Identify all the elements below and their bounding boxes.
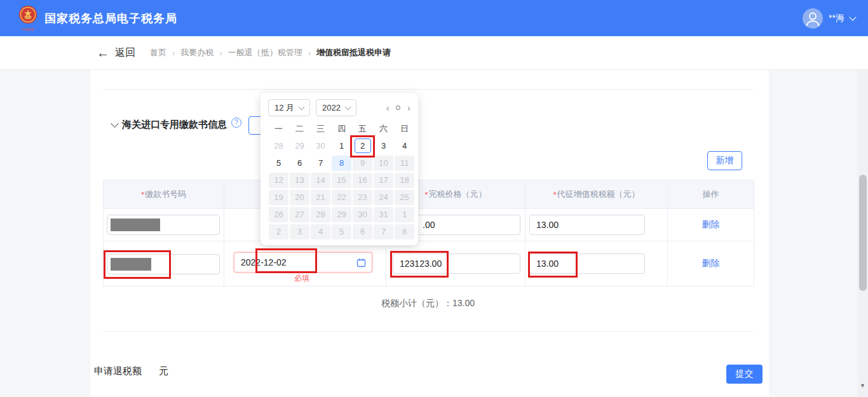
calendar-day[interactable]: 29 xyxy=(289,137,310,154)
calendar-day[interactable]: 7 xyxy=(373,223,394,240)
month-select[interactable]: 12 月 xyxy=(268,99,310,116)
calendar-day[interactable]: 22 xyxy=(331,189,352,206)
calendar-icon[interactable] xyxy=(356,258,366,267)
breadcrumb-items: 首页›我要办税›一般退（抵）税管理›增值税留抵退税申请 xyxy=(150,47,391,58)
scrollbar-thumb[interactable] xyxy=(859,175,867,291)
prev-month-icon[interactable]: ‹ xyxy=(386,103,390,113)
calendar-day[interactable]: 26 xyxy=(268,206,289,223)
calendar-day[interactable]: 2 xyxy=(268,223,289,240)
weekday-label: 日 xyxy=(394,122,415,136)
redacted-value xyxy=(111,258,151,271)
chevron-down-icon xyxy=(299,104,305,110)
submit-button[interactable]: 提交 xyxy=(726,365,763,384)
user-name[interactable]: **海 xyxy=(829,13,844,24)
calendar-day[interactable]: 1 xyxy=(394,206,415,223)
calendar-day[interactable]: 16 xyxy=(352,172,373,189)
calendar-day[interactable]: 1 xyxy=(331,137,352,154)
breadcrumb-item[interactable]: 一般退（抵）税管理 xyxy=(228,47,302,58)
weekday-label: 六 xyxy=(373,122,394,136)
calendar-day[interactable]: 17 xyxy=(373,172,394,189)
calendar-day[interactable]: 29 xyxy=(331,206,352,223)
user-avatar-icon[interactable] xyxy=(803,8,823,29)
calendar-day[interactable]: 4 xyxy=(310,223,331,240)
weekday-label: 三 xyxy=(310,122,331,136)
calendar-day[interactable]: 18 xyxy=(394,172,415,189)
payment-no-input[interactable] xyxy=(107,254,220,274)
weekday-label: 一 xyxy=(268,122,289,136)
vat-input[interactable]: 13.00 xyxy=(529,253,645,274)
next-month-icon[interactable]: › xyxy=(407,103,410,113)
weekday-label: 四 xyxy=(331,122,352,136)
calendar-day[interactable]: 5 xyxy=(268,154,289,172)
calendar-day[interactable]: 6 xyxy=(289,154,310,172)
issue-date-input[interactable]: 2022-12-02 xyxy=(234,252,372,273)
calendar-day[interactable]: 11 xyxy=(394,154,415,172)
calendar-day[interactable]: 9 xyxy=(352,154,373,172)
vat-value: 13.00 xyxy=(536,220,559,230)
calendar-day[interactable]: 25 xyxy=(394,189,415,206)
delete-link[interactable]: 删除 xyxy=(702,219,720,231)
payment-no-input[interactable] xyxy=(107,215,220,235)
add-row-button[interactable]: 新增 xyxy=(707,151,742,170)
calendar-day[interactable]: 8 xyxy=(331,154,352,172)
calendar-day[interactable]: 5 xyxy=(331,223,352,240)
vat-value: 13.00 xyxy=(536,259,559,269)
calendar-day[interactable]: 30 xyxy=(310,137,331,154)
year-select[interactable]: 2022 xyxy=(316,99,356,116)
calendar-day[interactable]: 15 xyxy=(331,172,352,189)
calendar-day[interactable]: 20 xyxy=(289,189,310,206)
back-arrow-icon[interactable]: ← xyxy=(97,46,109,59)
calendar-day[interactable]: 19 xyxy=(268,189,289,206)
breadcrumb-separator-icon: › xyxy=(219,48,222,58)
chevron-down-icon xyxy=(344,104,351,110)
year-value: 2022 xyxy=(322,103,341,112)
refund-unit-label: 元 xyxy=(159,365,168,377)
date-picker-popup: 12 月 2022 ‹ › 一二三四五六日 282930123456789101… xyxy=(261,93,418,245)
chevron-down-icon[interactable] xyxy=(849,13,856,20)
calendar-day[interactable]: 31 xyxy=(373,206,394,223)
user-menu[interactable]: **海 xyxy=(803,0,855,36)
calendar-day[interactable]: 10 xyxy=(373,154,394,172)
calendar-day[interactable]: 2 xyxy=(352,137,373,154)
calendar-day[interactable]: 6 xyxy=(352,223,373,240)
scrollbar-down-icon[interactable]: ▼ xyxy=(860,382,865,389)
calendar-day[interactable]: 23 xyxy=(352,189,373,206)
delete-link[interactable]: 删除 xyxy=(702,258,720,269)
breadcrumb-bar: ← 返回 首页›我要办税›一般退（抵）税管理›增值税留抵退税申请 xyxy=(0,36,868,70)
calendar-day[interactable]: 14 xyxy=(310,172,331,189)
app-title: 国家税务总局电子税务局 xyxy=(44,11,177,26)
breadcrumb-item[interactable]: 增值税留抵退税申请 xyxy=(316,47,391,58)
tax-subtotal: 税额小计（元）：13.00 xyxy=(103,298,753,309)
calendar-day[interactable]: 13 xyxy=(289,172,310,189)
customs-payment-table: *缴款书号码*完税价格（元）*代征增值税税额（元）操作 .00 13.00 删除 xyxy=(103,180,754,286)
calendar-day[interactable]: 24 xyxy=(373,189,394,206)
calendar-day[interactable]: 8 xyxy=(394,223,415,240)
price-cell: 123123.00 xyxy=(386,241,526,286)
calendar-day[interactable]: 28 xyxy=(310,206,331,223)
breadcrumb-item[interactable]: 我要办税 xyxy=(180,47,214,58)
redacted-value xyxy=(111,219,160,231)
help-icon[interactable]: ? xyxy=(231,118,241,128)
vat-cell: 13.00 xyxy=(526,209,668,241)
vat-cell: 13.00 xyxy=(526,241,668,286)
calendar-day[interactable]: 3 xyxy=(373,137,394,154)
calendar-day[interactable]: 12 xyxy=(268,172,289,189)
issue-date-cell: 2022-12-02 必填 xyxy=(224,241,386,286)
back-button[interactable]: ← 返回 xyxy=(97,36,135,69)
back-label[interactable]: 返回 xyxy=(115,46,135,60)
calendar-day[interactable]: 4 xyxy=(394,137,415,154)
calendar-day[interactable]: 28 xyxy=(268,137,289,154)
calendar-day[interactable]: 27 xyxy=(289,206,310,223)
price-input[interactable]: 123123.00 xyxy=(393,253,520,274)
vat-input[interactable]: 13.00 xyxy=(529,215,645,235)
logo-caption: 中国税务 xyxy=(15,28,41,31)
collapse-chevron-icon[interactable] xyxy=(111,119,119,128)
calendar-day[interactable]: 30 xyxy=(352,206,373,223)
breadcrumb-separator-icon: › xyxy=(308,48,311,58)
table-row: 2022-12-02 必填 123123.00 13.00 xyxy=(104,241,754,286)
today-circle-icon[interactable] xyxy=(396,105,400,110)
calendar-day[interactable]: 3 xyxy=(289,223,310,240)
calendar-day[interactable]: 21 xyxy=(310,189,331,206)
calendar-day[interactable]: 7 xyxy=(310,154,331,172)
breadcrumb-item[interactable]: 首页 xyxy=(150,47,166,58)
